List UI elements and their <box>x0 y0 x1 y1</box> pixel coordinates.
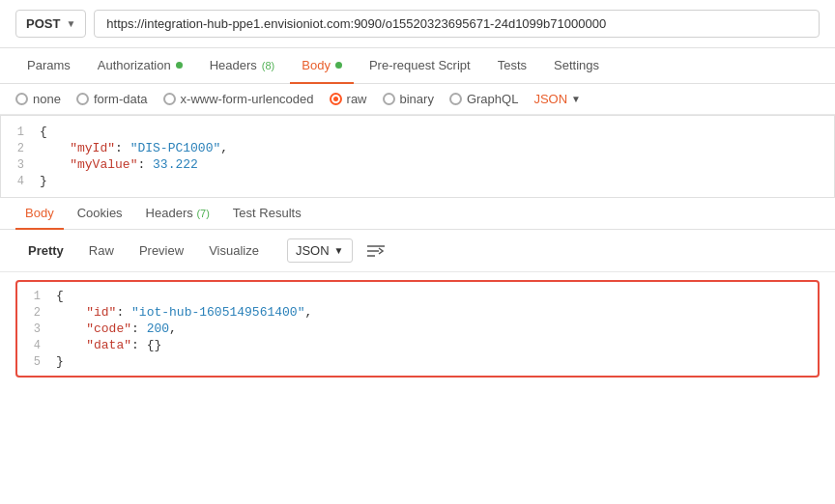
top-tabs: Params Authorization Headers (8) Body Pr… <box>0 48 835 84</box>
line-content-3: "myValue": 33.222 <box>40 157 198 172</box>
tab-tests[interactable]: Tests <box>486 48 538 84</box>
view-pretty-label: Pretty <box>28 243 64 258</box>
format-raw-label: raw <box>347 92 367 106</box>
response-tab-test-results-label: Test Results <box>233 206 302 220</box>
format-form-data-label: form-data <box>94 92 148 106</box>
url-bar: POST ▼ <box>0 0 835 48</box>
response-line-2: 2 "id": "iot-hub-1605149561400", <box>17 304 818 321</box>
response-tabs: Body Cookies Headers (7) Test Results <box>0 198 835 230</box>
format-row: none form-data x-www-form-urlencoded raw… <box>0 84 835 115</box>
tab-authorization[interactable]: Authorization <box>86 48 194 84</box>
resp-key-id: "id" <box>86 305 116 320</box>
format-raw[interactable]: raw <box>330 92 367 106</box>
response-tab-body[interactable]: Body <box>15 198 64 230</box>
line-content-4: } <box>40 174 47 188</box>
resp-line-content-3: "code": 200, <box>56 322 177 336</box>
resp-line-num-1: 1 <box>17 290 56 303</box>
response-headers-badge: (7) <box>196 208 209 219</box>
line-num-3: 3 <box>1 158 40 172</box>
view-pretty-button[interactable]: Pretty <box>15 238 76 264</box>
view-visualize-button[interactable]: Visualize <box>196 238 272 264</box>
resp-val-id: "iot-hub-1605149561400" <box>131 305 304 320</box>
format-type-chevron-icon: ▼ <box>571 94 581 104</box>
response-tab-cookies-label: Cookies <box>77 206 123 220</box>
resp-line-num-3: 3 <box>17 322 56 336</box>
radio-none-icon <box>15 93 28 105</box>
resp-line-content-2: "id": "iot-hub-1605149561400", <box>56 305 312 320</box>
radio-graphql-icon <box>449 93 462 105</box>
tab-params[interactable]: Params <box>15 48 82 84</box>
resp-line-content-5: } <box>56 354 64 369</box>
response-format-chevron-icon: ▼ <box>334 245 344 256</box>
format-none[interactable]: none <box>15 92 61 106</box>
line-num-2: 2 <box>1 142 40 155</box>
format-graphql[interactable]: GraphQL <box>449 92 518 106</box>
view-visualize-label: Visualize <box>209 243 259 258</box>
response-tab-headers-label: Headers <box>146 206 193 220</box>
tab-body-label: Body <box>302 58 331 72</box>
response-format-select[interactable]: JSON ▼ <box>287 238 353 263</box>
tab-headers-label: Headers <box>210 58 257 72</box>
response-tab-headers[interactable]: Headers (7) <box>136 198 219 230</box>
tab-authorization-label: Authorization <box>98 58 171 72</box>
line-num-1: 1 <box>1 126 40 139</box>
format-binary[interactable]: binary <box>383 92 434 106</box>
req-key-myValue: "myValue" <box>70 157 137 172</box>
resp-line-num-2: 2 <box>17 306 56 320</box>
resp-line-content-1: { <box>56 289 64 303</box>
line-content-1: { <box>40 125 47 139</box>
tab-body[interactable]: Body <box>290 48 354 84</box>
response-line-3: 3 "code": 200, <box>17 321 818 337</box>
format-type-label: JSON <box>533 92 567 106</box>
line-num-4: 4 <box>1 175 40 188</box>
format-graphql-label: GraphQL <box>467 92 518 106</box>
response-line-1: 1 { <box>17 288 818 304</box>
resp-line-num-5: 5 <box>17 355 56 369</box>
req-key-myId: "myId" <box>70 141 115 155</box>
tab-settings[interactable]: Settings <box>542 48 611 84</box>
req-val-myId: "DIS-PC1000" <box>130 141 221 155</box>
format-x-www[interactable]: x-www-form-urlencoded <box>163 92 314 106</box>
resp-val-data: {} <box>147 338 162 352</box>
format-x-www-label: x-www-form-urlencoded <box>181 92 314 106</box>
resp-key-data: "data" <box>86 338 131 352</box>
resp-val-code: 200 <box>147 322 169 336</box>
request-line-4: 4 } <box>1 173 834 189</box>
tab-pre-request[interactable]: Pre-request Script <box>358 48 482 84</box>
response-line-4: 4 "data": {} <box>17 337 818 353</box>
tab-params-label: Params <box>27 58 71 72</box>
headers-badge: (8) <box>262 60 274 71</box>
format-type-select[interactable]: JSON ▼ <box>533 92 581 106</box>
tab-settings-label: Settings <box>554 58 599 72</box>
view-preview-label: Preview <box>139 243 184 258</box>
request-code-lines: 1 { 2 "myId": "DIS-PC1000", 3 "myValue":… <box>1 116 834 197</box>
response-tab-body-label: Body <box>25 206 54 220</box>
method-select[interactable]: POST ▼ <box>15 10 86 38</box>
request-line-1: 1 { <box>1 124 834 140</box>
format-binary-label: binary <box>400 92 434 106</box>
line-content-2: "myId": "DIS-PC1000", <box>40 141 228 155</box>
method-chevron-icon: ▼ <box>66 18 75 29</box>
wrap-lines-button[interactable] <box>362 239 389 263</box>
format-none-label: none <box>33 92 61 106</box>
tab-headers[interactable]: Headers (8) <box>198 48 287 84</box>
request-body-editor[interactable]: 1 { 2 "myId": "DIS-PC1000", 3 "myValue":… <box>0 115 835 198</box>
resp-key-code: "code" <box>86 322 131 336</box>
authorization-dot-icon <box>176 62 183 69</box>
response-format-label: JSON <box>296 243 330 258</box>
view-preview-button[interactable]: Preview <box>127 238 196 264</box>
response-code-lines: 1 { 2 "id": "iot-hub-1605149561400", 3 "… <box>17 282 818 376</box>
method-label: POST <box>26 16 60 31</box>
format-form-data[interactable]: form-data <box>76 92 148 106</box>
url-input[interactable] <box>94 10 820 38</box>
response-tab-test-results[interactable]: Test Results <box>223 198 311 230</box>
response-section: Body Cookies Headers (7) Test Results Pr… <box>0 198 835 378</box>
radio-binary-icon <box>383 93 395 105</box>
view-raw-button[interactable]: Raw <box>76 238 127 264</box>
response-tab-cookies[interactable]: Cookies <box>68 198 132 230</box>
radio-form-data-icon <box>76 93 89 105</box>
wrap-icon <box>366 243 386 259</box>
request-line-2: 2 "myId": "DIS-PC1000", <box>1 140 834 156</box>
request-line-3: 3 "myValue": 33.222 <box>1 156 834 173</box>
body-dot-icon <box>335 62 342 69</box>
